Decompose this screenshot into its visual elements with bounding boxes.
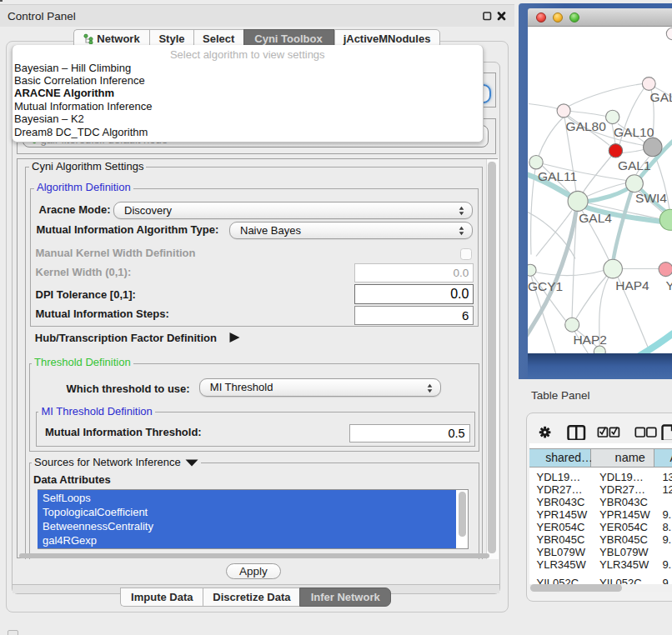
svg-text:Y: Y xyxy=(666,278,672,292)
svg-text:SWI4: SWI4 xyxy=(635,190,667,204)
svg-text:GAL11: GAL11 xyxy=(538,169,577,183)
svg-text:HAP4: HAP4 xyxy=(615,278,649,292)
svg-text:GAL1: GAL1 xyxy=(618,158,651,172)
svg-text:HAP2: HAP2 xyxy=(573,332,607,346)
svg-text:GAL10: GAL10 xyxy=(614,125,654,139)
svg-text:GAL80: GAL80 xyxy=(566,119,607,133)
svg-text:GAL: GAL xyxy=(650,89,672,103)
svg-text:GAL4: GAL4 xyxy=(579,211,612,225)
svg-text:GCY1: GCY1 xyxy=(528,279,563,293)
